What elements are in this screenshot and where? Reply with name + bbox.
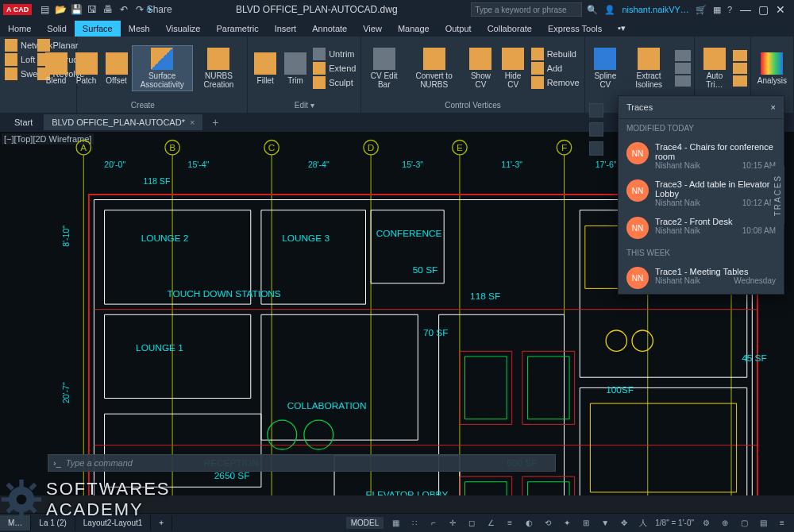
trace-item[interactable]: NNTrace1 - Meeting TablesNishant NaikWed…	[619, 262, 784, 294]
search-input[interactable]: Type a keyword or phrase	[471, 2, 582, 17]
app-icon[interactable]: ▦	[713, 5, 721, 15]
customize-icon[interactable]: ≡	[775, 516, 789, 530]
curve-extra3-icon[interactable]	[675, 75, 691, 87]
new-icon[interactable]: ▤	[38, 3, 51, 16]
rebuild-button[interactable]: Rebuild	[530, 47, 581, 61]
polar-icon[interactable]: ✛	[445, 516, 460, 530]
analysis-button[interactable]: Analysis	[754, 51, 790, 87]
tab-insert[interactable]: Insert	[267, 21, 305, 37]
spline-cv-button[interactable]: Spline CV	[588, 46, 622, 91]
file-tab-active[interactable]: BLVD OFFICE_PLAN-AUTOCAD*×	[44, 114, 202, 130]
blend-button[interactable]: Blend	[42, 51, 71, 87]
tab-view[interactable]: View	[355, 21, 390, 37]
undo-icon[interactable]: ↶	[118, 3, 130, 16]
new-file-tab[interactable]: +	[206, 116, 225, 129]
annoscale-icon[interactable]: 人	[636, 516, 650, 530]
vp-nav-icon[interactable]	[589, 141, 603, 156]
ortho-icon[interactable]: ⌐	[426, 516, 441, 530]
command-line[interactable]: ›_ Type a command	[48, 454, 556, 472]
filter-icon[interactable]: ▼	[598, 516, 612, 530]
surface-associativity-button[interactable]: Surface Associativity	[133, 46, 192, 91]
sculpt-button[interactable]: Sculpt	[311, 75, 357, 90]
plot-icon[interactable]: 🖶	[102, 3, 114, 16]
tab-surface[interactable]: Surface	[75, 21, 121, 37]
project-extra-icon[interactable]	[733, 50, 747, 61]
cart-icon[interactable]: 🛒	[696, 5, 707, 15]
cmdline-chevron-icon[interactable]: ›_	[48, 458, 66, 468]
tab-mesh[interactable]: Mesh	[121, 21, 158, 37]
tab-solid[interactable]: Solid	[39, 21, 74, 37]
otrack-icon[interactable]: ∠	[484, 516, 498, 530]
gear-icon[interactable]: ⚙	[699, 516, 713, 530]
show-cv-button[interactable]: Show CV	[464, 46, 496, 91]
tab-expresstools[interactable]: Express Tools	[540, 21, 610, 37]
layout-tab-1[interactable]: La 1 (2)	[31, 515, 75, 530]
tab-home[interactable]: Home	[0, 21, 39, 37]
user-icon[interactable]: 👤	[604, 5, 615, 15]
cv-edit-bar-button[interactable]: CV Edit Bar	[364, 46, 403, 91]
tab-visualize[interactable]: Visualize	[158, 21, 209, 37]
layout-tab-2[interactable]: Layout2-Layout1	[75, 515, 152, 530]
tab-parametric[interactable]: Parametric	[208, 21, 266, 37]
isolate-icon[interactable]: ⊕	[718, 516, 732, 530]
saveas-icon[interactable]: 🖫	[86, 3, 98, 16]
dynucs-icon[interactable]: ⊞	[579, 516, 593, 530]
lineweight-icon[interactable]: ≡	[503, 516, 517, 530]
tab-annotate[interactable]: Annotate	[304, 21, 355, 37]
save-icon[interactable]: 💾	[70, 3, 83, 16]
search-icon[interactable]: 🔍	[587, 5, 598, 15]
snap-icon[interactable]: ∷	[407, 516, 422, 530]
vp-cube-icon[interactable]	[589, 122, 603, 137]
help-icon[interactable]: ?	[727, 5, 732, 14]
layout-tab-plus[interactable]: +	[151, 515, 172, 530]
minimize-button[interactable]: —	[738, 3, 753, 16]
tab-overflow[interactable]: ▪▾	[610, 20, 634, 37]
curve-extra-icon[interactable]	[675, 50, 691, 61]
close-button[interactable]: ✕	[773, 3, 788, 16]
tab-manage[interactable]: Manage	[390, 21, 437, 37]
hide-cv-button[interactable]: Hide CV	[499, 46, 528, 91]
osnap-icon[interactable]: ◻	[464, 516, 479, 530]
remove-button[interactable]: Remove	[530, 75, 581, 90]
trim-button[interactable]: Trim	[281, 51, 310, 87]
restore-button[interactable]: ▢	[756, 3, 770, 16]
file-tab-start[interactable]: Start	[6, 114, 40, 130]
patch-button[interactable]: Patch	[72, 51, 101, 87]
offset-button[interactable]: Offset	[102, 51, 131, 87]
gizmo-icon[interactable]: ✥	[617, 516, 631, 530]
fillet-button[interactable]: Fillet	[251, 51, 279, 87]
project-extra2-icon[interactable]	[733, 63, 747, 74]
hardware-icon[interactable]: ▢	[737, 516, 751, 530]
tab-output[interactable]: Output	[437, 21, 480, 37]
tab-collaborate[interactable]: Collaborate	[480, 21, 540, 37]
share-button[interactable]: ✈ Share	[149, 3, 162, 16]
traces-close-icon[interactable]: ×	[771, 102, 776, 112]
redo-icon[interactable]: ↷	[133, 3, 146, 16]
vp-close-icon[interactable]	[589, 103, 603, 118]
extend-button[interactable]: Extend	[311, 61, 357, 75]
grid-icon[interactable]: ▦	[388, 516, 403, 530]
traces-side-tab[interactable]: TRACES	[771, 166, 784, 224]
trace-item[interactable]: NNTrace2 - Front DeskNishant Naik10:08 A…	[619, 212, 784, 244]
close-file-icon[interactable]: ×	[190, 118, 195, 127]
layout-tab-model[interactable]: M…	[0, 515, 31, 530]
auto-trim-button[interactable]: Auto Tri…	[698, 46, 731, 91]
project-extra3-icon[interactable]	[733, 75, 747, 87]
clean-icon[interactable]: ▤	[756, 516, 770, 530]
scale-readout[interactable]: 1/8" = 1'-0"	[655, 519, 694, 527]
trace-item[interactable]: NNTrace4 - Chairs for conference roomNis…	[619, 137, 784, 175]
add-button[interactable]: Add	[530, 61, 581, 75]
3dosnap-icon[interactable]: ✦	[560, 516, 574, 530]
nurbs-creation-button[interactable]: NURBS Creation	[194, 46, 244, 91]
extract-isolines-button[interactable]: Extract Isolines	[624, 46, 673, 91]
status-model[interactable]: MODEL	[346, 517, 384, 529]
untrim-button[interactable]: Untrim	[311, 47, 357, 61]
curve-extra2-icon[interactable]	[675, 63, 691, 74]
open-icon[interactable]: 📂	[54, 3, 67, 16]
svg-text:70 SF: 70 SF	[423, 327, 449, 338]
cycling-icon[interactable]: ⟲	[541, 516, 555, 530]
trace-item[interactable]: NNTrace3 - Add table in Elevator LobbyNi…	[619, 175, 784, 212]
user-name[interactable]: nishant.naikVY…	[622, 5, 688, 14]
convert-nurbs-button[interactable]: Convert to NURBS	[405, 46, 463, 91]
transparency-icon[interactable]: ◐	[522, 516, 536, 530]
